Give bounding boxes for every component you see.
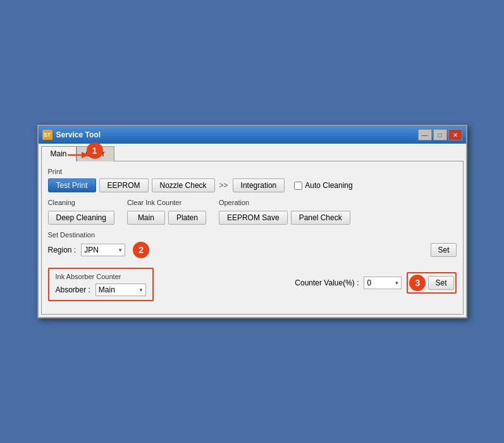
arrow-divider: >> (218, 181, 230, 190)
set-destination-section: Set Destination Region : JPN USA EUR (48, 231, 457, 258)
region-select[interactable]: JPN USA EUR (81, 244, 125, 256)
operation-buttons: EEPROM Save Panel Check (219, 211, 350, 225)
operation-label: Operation (219, 199, 350, 206)
annotation-badge-3: 3 (409, 275, 426, 291)
window-title: Service Tool (56, 130, 101, 139)
eeprom-button[interactable]: EEPROM (99, 178, 149, 192)
ink-absorber-section: Ink Absorber Counter Absorber : Main Pla… (48, 265, 457, 301)
operation-group: Operation EEPROM Save Panel Check (219, 199, 350, 225)
counter-value-select[interactable]: 0 10 20 50 100 (364, 277, 402, 289)
set-destination-button[interactable]: Set (431, 243, 456, 257)
ink-absorber-box: Ink Absorber Counter Absorber : Main Pla… (48, 268, 154, 301)
cleaning-buttons: Deep Cleaning (48, 211, 114, 225)
panel-check-button[interactable]: Panel Check (291, 211, 350, 225)
nozzle-check-button[interactable]: Nozzle Check (152, 178, 215, 192)
counter-value-label: Counter Value(%) : (295, 278, 359, 287)
title-bar-controls: — □ ✕ (418, 129, 462, 140)
print-button-row: Test Print EEPROM Nozzle Check >> Integr… (48, 178, 457, 192)
tab-bar: Main Other 1 (41, 146, 464, 161)
restore-button[interactable]: □ (433, 129, 447, 140)
counter-value-section: Counter Value(%) : 0 10 20 50 100 (295, 272, 456, 294)
title-bar-left: ST Service Tool (42, 130, 101, 140)
app-icon: ST (42, 130, 52, 140)
set-ink-absorber-box: 3 Set (407, 272, 456, 294)
test-print-button[interactable]: Test Print (48, 178, 96, 192)
clear-ink-buttons: Main Platen (127, 211, 206, 225)
absorber-select[interactable]: Main Platen (95, 284, 146, 296)
absorber-label: Absorber : (56, 285, 90, 294)
deep-cleaning-button[interactable]: Deep Cleaning (48, 211, 114, 225)
cleaning-group: Cleaning Deep Cleaning (48, 199, 114, 225)
title-bar: ST Service Tool — □ ✕ (39, 126, 466, 144)
minimize-button[interactable]: — (418, 129, 432, 140)
ink-absorber-title: Ink Absorber Counter (56, 273, 146, 280)
auto-cleaning-checkbox[interactable] (294, 182, 302, 190)
absorber-select-wrapper: Main Platen (95, 284, 146, 296)
print-section: Print Test Print EEPROM Nozzle Check >> … (48, 168, 457, 192)
middle-section: Cleaning Deep Cleaning Clear Ink Counter… (48, 199, 457, 225)
clear-ink-group: Clear Ink Counter Main Platen (127, 199, 206, 225)
region-select-wrapper: JPN USA EUR (81, 244, 125, 256)
counter-value-select-wrapper: 0 10 20 50 100 (364, 277, 402, 289)
auto-cleaning-row: Auto Cleaning (294, 181, 352, 190)
annotation-badge-1: 1 (87, 142, 103, 159)
window-body: Main Other 1 Print (39, 144, 466, 317)
eeprom-save-button[interactable]: EEPROM Save (219, 211, 288, 225)
close-button[interactable]: ✕ (448, 129, 462, 140)
auto-cleaning-label: Auto Cleaning (305, 181, 352, 190)
print-section-label: Print (48, 168, 457, 175)
clear-ink-label: Clear Ink Counter (127, 199, 206, 206)
tab-content: Print Test Print EEPROM Nozzle Check >> … (41, 161, 464, 315)
set-ink-absorber-button[interactable]: Set (428, 276, 453, 290)
main-counter-button[interactable]: Main (127, 211, 165, 225)
cleaning-label: Cleaning (48, 199, 114, 206)
platen-button[interactable]: Platen (168, 211, 206, 225)
ink-absorber-row: Absorber : Main Platen (56, 284, 146, 296)
annotation-badge-2: 2 (133, 242, 149, 258)
region-label: Region : (48, 246, 77, 254)
integration-button[interactable]: Integration (233, 178, 285, 192)
main-window: ST Service Tool — □ ✕ Main Other 1 (37, 125, 467, 318)
set-destination-label: Set Destination (48, 231, 457, 239)
